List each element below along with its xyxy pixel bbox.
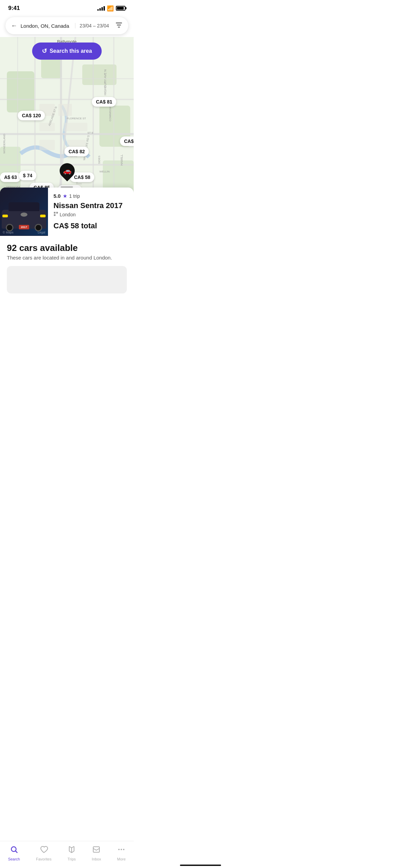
rating-number: 5.0 xyxy=(53,193,61,199)
svg-text:HAMILL: HAMILL xyxy=(120,154,123,166)
svg-text:FLORENCE ST: FLORENCE ST xyxy=(67,117,86,120)
maps-watermark: © Maps xyxy=(3,231,13,234)
wifi-icon: 📶 xyxy=(107,5,114,12)
price-marker[interactable]: CA$ 82 xyxy=(64,147,89,156)
price-marker[interactable]: A$ 63 xyxy=(0,172,21,182)
svg-rect-2 xyxy=(118,27,120,27)
svg-rect-24 xyxy=(58,104,72,116)
svg-rect-1 xyxy=(117,25,121,25)
car-rating: 5.0 ★ 1 trip xyxy=(53,193,128,199)
star-icon: ★ xyxy=(63,193,67,199)
signal-bars-icon xyxy=(97,6,105,11)
refresh-icon: ↺ xyxy=(42,47,47,55)
svg-text:HIGHBURY AVE N: HIGHBURY AVE N xyxy=(104,69,107,95)
price-marker[interactable]: CA$ 81 xyxy=(92,97,116,107)
trip-count: 1 trip xyxy=(69,193,80,199)
svg-rect-7 xyxy=(82,64,117,85)
back-button[interactable]: ← xyxy=(11,22,17,29)
svg-rect-21 xyxy=(0,78,134,79)
svg-rect-26 xyxy=(63,123,87,131)
car-name: Nissan Sentra 2017 xyxy=(53,201,128,210)
status-bar: 9:41 📶 xyxy=(0,0,134,14)
location-label: London, ON, Canada xyxy=(21,23,72,29)
bottom-content: 92 cars available These cars are located… xyxy=(0,236,134,293)
car-location-text: London xyxy=(60,212,76,217)
car-price: CA$ 58 total xyxy=(53,221,128,230)
svg-text:SIDES: SIDES xyxy=(98,156,101,164)
svg-rect-47 xyxy=(54,212,56,214)
svg-rect-5 xyxy=(7,71,34,112)
map-pin[interactable]: 🚗 xyxy=(60,163,76,182)
cars-available-subtitle: These cars are located in and around Lon… xyxy=(7,255,127,261)
svg-rect-48 xyxy=(56,212,58,214)
search-area-button[interactable]: ↺ Search this area xyxy=(32,43,102,60)
price-marker[interactable]: $ 74 xyxy=(19,171,36,180)
status-icons: 📶 xyxy=(97,5,125,12)
car-year-badge: 2017 xyxy=(19,225,29,229)
svg-text:WELLIN: WELLIN xyxy=(99,170,110,173)
dates-label: 23/04 – 23/04 xyxy=(75,23,109,28)
svg-rect-49 xyxy=(54,214,56,216)
price-marker[interactable]: CA$ 120 xyxy=(18,111,45,120)
search-area-label: Search this area xyxy=(50,48,92,54)
map-container[interactable]: HIGHBURY AVE N FLORENCE ST WHARNCLIFE RD… xyxy=(0,37,134,236)
battery-icon xyxy=(116,6,125,11)
location-pin-icon xyxy=(53,212,58,217)
svg-rect-0 xyxy=(116,23,122,23)
svg-rect-27 xyxy=(39,140,55,150)
svg-rect-25 xyxy=(39,123,55,131)
car-image: 2017 © Maps Legal xyxy=(0,188,48,236)
svg-rect-17 xyxy=(0,133,134,135)
filter-icon[interactable] xyxy=(115,21,123,30)
svg-text:WONDERLAND: WONDERLAND xyxy=(3,134,6,154)
car-location: London xyxy=(53,212,128,217)
car-info: 5.0 ★ 1 trip Nissan Sentra 2017 London C… xyxy=(48,188,134,236)
status-time: 9:41 xyxy=(8,5,20,12)
car-card[interactable]: 2017 © Maps Legal 5.0 ★ 1 trip Nissan Se… xyxy=(0,188,134,236)
cars-available-title: 92 cars available xyxy=(7,243,127,253)
search-bar[interactable]: ← London, ON, Canada 23/04 – 23/04 xyxy=(5,17,128,34)
svg-text:ST E: ST E xyxy=(87,131,94,134)
price-marker[interactable]: CA$ xyxy=(120,136,134,146)
car-listing-preview[interactable] xyxy=(7,266,127,293)
legal-watermark: Legal xyxy=(38,231,45,234)
scroll-indicator xyxy=(61,186,73,188)
